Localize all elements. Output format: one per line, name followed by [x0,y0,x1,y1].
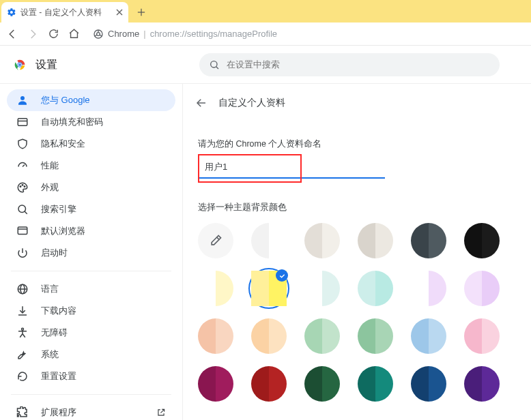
back-button[interactable] [5,27,19,41]
svg-line-33 [20,334,23,338]
color-swatch[interactable] [464,223,500,258]
tab-strip: 设置 - 自定义个人资料 [0,0,531,22]
wrench-icon [16,348,29,361]
sidebar-item-palette[interactable]: 外观 [7,177,175,198]
forward-button[interactable] [26,27,40,41]
sidebar-item-label: 性能 [41,160,59,172]
svg-rect-15 [18,119,27,126]
color-swatch[interactable] [251,318,287,354]
home-button[interactable] [67,27,81,41]
svg-point-30 [22,328,24,330]
color-picker-custom[interactable] [198,223,233,258]
reload-button[interactable] [46,27,60,41]
site-info-icon[interactable] [93,29,104,40]
color-swatch[interactable] [411,366,446,402]
color-swatch[interactable] [358,223,393,258]
sidebar-item-speed[interactable]: 性能 [7,155,175,177]
person-icon [16,94,29,106]
search-icon [16,203,29,215]
svg-point-14 [20,96,25,100]
color-swatch[interactable] [411,271,446,306]
sidebar-item-label: 默认浏览器 [41,225,85,237]
color-swatch[interactable] [464,366,500,402]
svg-rect-23 [18,227,27,235]
color-swatch[interactable] [304,223,340,258]
profile-name-label: 请为您的 Chrome 个人资料命名 [198,138,517,150]
content-title: 自定义个人资料 [218,97,285,109]
sidebar-item-download[interactable]: 下载内容 [7,300,175,322]
color-swatch[interactable] [411,223,446,258]
content-back-button[interactable] [195,97,207,109]
download-icon [16,305,29,317]
sidebar-item-autofill[interactable]: 自动填充和密码 [7,111,175,133]
color-swatch[interactable] [464,271,500,306]
autofill-icon [16,116,29,128]
sidebar-item-label: 无障碍 [41,327,68,339]
sidebar-item-wrench[interactable]: 系统 [7,344,175,365]
sidebar-item-reset[interactable]: 重置设置 [7,365,175,387]
sidebar-item-accessibility[interactable]: 无障碍 [7,322,175,344]
sidebar-item-extensions[interactable]: 扩展程序 [7,402,175,420]
color-swatch[interactable] [198,318,233,354]
sidebar-item-label: 重置设置 [41,370,76,382]
accessibility-icon [16,327,29,339]
color-swatch[interactable] [251,271,287,306]
color-swatch[interactable] [198,366,233,402]
sidebar-item-label: 下载内容 [41,305,76,317]
eyedropper-icon [198,223,233,258]
svg-line-7 [95,35,97,36]
browser-tab[interactable]: 设置 - 自定义个人资料 [1,2,128,22]
color-swatch[interactable] [198,271,233,306]
color-swatch[interactable] [358,318,393,354]
address-divider: | [143,29,145,39]
svg-line-17 [23,165,25,167]
sidebar-separator [11,394,171,395]
toolbar: Chrome | chrome://settings/manageProfile [0,22,531,46]
svg-line-8 [100,35,102,36]
external-link-icon [156,408,166,417]
theme-color-label: 选择一种主题背景颜色 [198,202,517,213]
tab-title: 设置 - 自定义个人资料 [20,7,112,18]
color-swatch[interactable] [251,223,287,258]
shield-icon [16,138,29,150]
sidebar-item-power[interactable]: 启动时 [7,242,175,264]
palette-icon [16,181,29,194]
address-bar[interactable]: Chrome | chrome://settings/manageProfile [93,25,526,43]
globe-icon [16,283,29,295]
svg-line-13 [216,66,218,68]
sidebar-item-person[interactable]: 您与 Google [7,89,175,111]
svg-line-22 [25,211,27,214]
color-swatch[interactable] [304,271,340,306]
color-swatch[interactable] [251,366,287,402]
sidebar: 您与 Google自动填充和密码隐私和安全性能外观搜索引擎默认浏览器启动时语言下… [0,84,182,420]
sidebar-separator [11,271,171,271]
color-swatch[interactable] [358,366,393,402]
color-swatch[interactable] [304,318,340,354]
sidebar-item-globe[interactable]: 语言 [7,278,175,300]
power-icon [16,247,29,259]
color-swatch[interactable] [358,271,393,306]
sidebar-item-label: 外观 [41,181,59,194]
reset-icon [16,370,29,382]
sidebar-item-browser[interactable]: 默认浏览器 [7,220,175,242]
sidebar-item-label: 自动填充和密码 [41,116,103,128]
sidebar-item-label: 扩展程序 [41,406,76,419]
sidebar-item-label: 系统 [41,348,59,361]
svg-point-11 [18,63,21,66]
page-title: 设置 [35,58,57,72]
speed-icon [16,160,29,172]
settings-search-input[interactable] [227,59,490,70]
color-swatch[interactable] [464,318,500,354]
settings-search[interactable] [199,53,500,76]
close-icon[interactable] [116,9,123,16]
sidebar-item-search[interactable]: 搜索引擎 [7,198,175,220]
sidebar-item-label: 隐私和安全 [41,138,85,150]
svg-point-21 [18,205,26,213]
new-tab-button[interactable] [132,3,150,21]
color-swatch[interactable] [411,318,446,354]
address-path: chrome://settings/manageProfile [150,29,277,39]
color-swatch[interactable] [304,366,340,402]
browser-icon [16,225,29,237]
check-icon [276,269,288,282]
sidebar-item-shield[interactable]: 隐私和安全 [7,133,175,155]
